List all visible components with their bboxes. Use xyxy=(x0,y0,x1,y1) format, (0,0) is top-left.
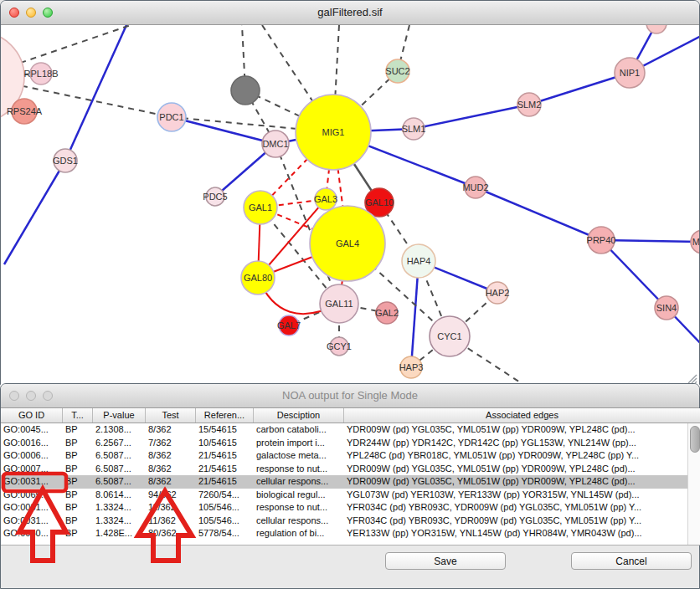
node-label: SUC2 xyxy=(385,66,409,76)
column-header-desciption[interactable]: Desciption xyxy=(254,408,344,423)
table-cell: YPL248C (pd) YBR018C, YML051W (pp) YDR00… xyxy=(344,449,700,463)
node-label: SLM1 xyxy=(402,124,426,134)
node-topright[interactable] xyxy=(646,25,667,33)
node-label: SLM2 xyxy=(517,100,542,110)
table-cell: BP xyxy=(63,475,93,489)
table-body: GO:0045...BP2.1308...8/36215/54615carbon… xyxy=(1,423,700,540)
node-label: NIP1 xyxy=(620,68,640,78)
table-cell: YGL073W (pd) YER103W, YER133W (pp) YOR31… xyxy=(344,489,700,502)
table-cell: 21/54615 xyxy=(196,463,254,476)
table-cell: YFR034C (pd) YBR093C, YDR009W (pd) YGL03… xyxy=(344,515,700,528)
node-label: GAL7 xyxy=(277,320,301,330)
node-label: MIG1 xyxy=(322,127,345,137)
table-cell: 6.2567... xyxy=(93,437,146,450)
noa-window-titlebar[interactable]: NOA output for Single Mode xyxy=(1,384,699,408)
table-cell: 8/362 xyxy=(146,449,196,463)
node-label: MSN xyxy=(692,237,699,247)
column-header-test[interactable]: Test xyxy=(146,408,196,423)
table-row[interactable]: GO:0031...BP1.3324...11/362105/546...cel… xyxy=(1,515,700,528)
node-label: GAL2 xyxy=(375,308,399,318)
resize-grip-icon[interactable] xyxy=(686,372,697,384)
table-cell: 94/362 xyxy=(146,489,196,502)
table-cell: 1.3324... xyxy=(93,515,146,528)
table-cell: protein import i... xyxy=(254,437,344,450)
table-cell: 10/54615 xyxy=(196,437,254,450)
node-label: GAL10 xyxy=(365,197,394,207)
table-cell: 11/362 xyxy=(146,515,196,528)
table-cell: BP xyxy=(63,515,93,528)
node-label: HAP2 xyxy=(486,288,510,298)
node-label: PDC1 xyxy=(159,112,183,122)
table-cell: 15/54615 xyxy=(196,423,254,437)
node-label: GAL3 xyxy=(314,194,337,204)
table-row[interactable]: GO:0031...BP6.5087...8/36221/54615cellul… xyxy=(1,475,700,489)
table-cell: biological regul... xyxy=(254,489,344,502)
column-header-associated-edges[interactable]: Associated edges xyxy=(344,408,700,423)
table-cell: GO:0016... xyxy=(1,437,63,450)
table-cell: BP xyxy=(63,449,93,463)
table-cell: 8.0614... xyxy=(93,489,146,502)
save-button[interactable]: Save xyxy=(385,552,506,570)
table-row[interactable]: GO:0031...BP1.3324...11/362105/546...res… xyxy=(1,501,700,515)
table-cell: 5778/54... xyxy=(196,527,254,540)
node-label: HAP4 xyxy=(407,256,431,266)
table-cell: BP xyxy=(63,527,93,540)
table-row[interactable]: GO:0050...BP1.428E...80/3625778/54...reg… xyxy=(1,527,700,540)
table-row[interactable]: GO:0065...BP8.0614...94/3627260/54...bio… xyxy=(1,489,700,502)
graph-edge xyxy=(601,240,667,308)
network-graph[interactable]: RPL18BRPS24AGDS1PDC1DMC1MIG1SUC2SLM1SLM2… xyxy=(1,25,699,386)
table-cell: 21/54615 xyxy=(196,475,254,489)
graph-edge xyxy=(601,240,699,242)
table-cell: carbon cataboli... xyxy=(254,423,344,437)
graph-edge xyxy=(65,25,126,161)
table-row[interactable]: GO:0007...BP6.5087...8/36221/54615respon… xyxy=(1,463,700,476)
node-label: SIN4 xyxy=(656,303,677,313)
node-label: GAL11 xyxy=(325,299,353,309)
node-label: GAL80 xyxy=(244,273,272,283)
table-cell: BP xyxy=(63,463,93,476)
column-header-go-id[interactable]: GO ID xyxy=(1,408,63,423)
table-cell: YDR244W (pp) YDR142C, YDR142C (pp) YGL15… xyxy=(344,437,700,450)
column-header-p-value[interactable]: P-value xyxy=(93,408,146,423)
graph-edge xyxy=(476,187,601,240)
table-cell: 7260/54... xyxy=(196,489,254,502)
table-cell: galactose meta... xyxy=(254,449,344,463)
node-gray[interactable] xyxy=(231,76,260,105)
screen: galFiltered.sif RPL18BRPS24AGDS1PDC1DMC1… xyxy=(0,0,700,589)
table-cell: 6.5087... xyxy=(93,463,146,476)
column-header-t-[interactable]: T... xyxy=(63,408,93,423)
table-header-row: GO IDT...P-valueTestReferen...Desciption… xyxy=(1,408,700,423)
table-cell: GO:0031... xyxy=(1,501,63,515)
network-window-titlebar[interactable]: galFiltered.sif xyxy=(1,1,699,25)
network-canvas[interactable]: RPL18BRPS24AGDS1PDC1DMC1MIG1SUC2SLM1SLM2… xyxy=(1,25,699,386)
table-row[interactable]: GO:0006...BP6.5087...8/36221/54615galact… xyxy=(1,449,700,463)
noa-results-table: GO IDT...P-valueTestReferen...Desciption… xyxy=(1,408,700,545)
table-cell: 1.428E... xyxy=(93,527,146,540)
table-cell: BP xyxy=(63,501,93,515)
table-cell: cellular respons... xyxy=(254,515,344,528)
table-cell: YER133W (pp) YOR315W, YNL145W (pd) YHR08… xyxy=(344,527,700,540)
table-row[interactable]: GO:0016...BP6.2567...7/36210/54615protei… xyxy=(1,437,700,450)
table-cell: 6.5087... xyxy=(93,475,146,489)
table-cell: response to nut... xyxy=(254,501,344,515)
vertical-scrollbar[interactable] xyxy=(687,423,700,545)
noa-output-window: NOA output for Single Mode GO IDT...P-va… xyxy=(0,383,700,589)
table-cell: 80/362 xyxy=(146,527,196,540)
node-label: HAP3 xyxy=(399,362,424,372)
table-cell: GO:0006... xyxy=(1,449,63,463)
node-label: RPS24A xyxy=(7,106,43,116)
table-cell: 8/362 xyxy=(146,423,196,437)
table-cell: 1.3324... xyxy=(93,501,146,515)
table-cell: BP xyxy=(63,423,93,437)
table-cell: regulation of bi... xyxy=(254,527,344,540)
table-cell: YFR034C (pd) YBR093C, YDR009W (pd) YGL03… xyxy=(344,501,700,515)
node-label: RPL18B xyxy=(24,69,59,79)
table-cell: BP xyxy=(63,437,93,450)
scrollbar-thumb[interactable] xyxy=(690,426,700,453)
table-cell: 2.1308... xyxy=(93,423,146,437)
cancel-button[interactable]: Cancel xyxy=(571,552,692,570)
column-header-referen-[interactable]: Referen... xyxy=(196,408,254,423)
table-row[interactable]: GO:0045...BP2.1308...8/36215/54615carbon… xyxy=(1,423,700,437)
graph-edge xyxy=(172,117,275,144)
node-label: MUD2 xyxy=(462,182,488,192)
